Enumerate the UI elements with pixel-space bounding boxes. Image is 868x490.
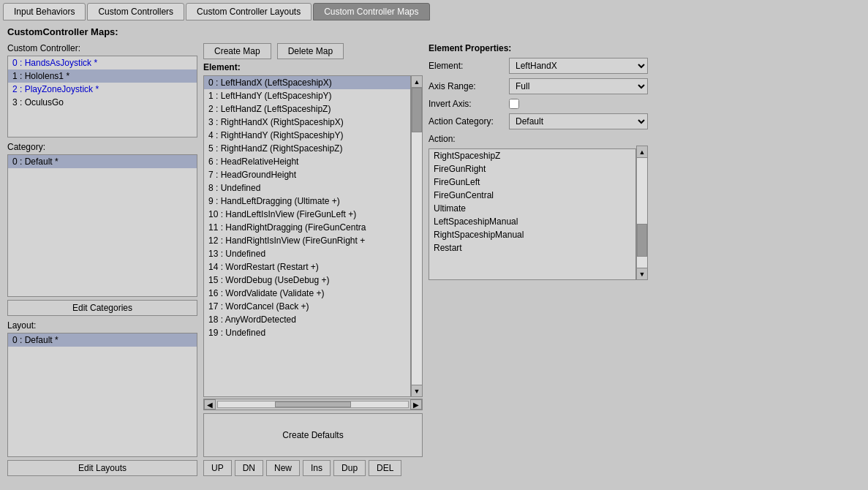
element-list-item[interactable]: 6 : HeadRelativeHeight: [204, 155, 410, 168]
hscroll-right-arrow[interactable]: ▶: [410, 399, 422, 410]
section-title: CustomController Maps:: [7, 26, 861, 37]
element-list-item[interactable]: 9 : HandLeftDragging (Ultimate +): [204, 195, 410, 208]
layout-label: Layout:: [7, 320, 197, 331]
action-item[interactable]: LeftSpaceshipManual: [429, 215, 635, 228]
hscroll-track: [217, 401, 409, 408]
layout-list-item[interactable]: 0 : Default *: [8, 333, 197, 347]
element-list-item[interactable]: 13 : Undefined: [204, 247, 410, 260]
element-list-item[interactable]: 1 : LeftHandY (LeftSpaceshipY): [204, 89, 410, 102]
hscroll-left-arrow[interactable]: ◀: [204, 399, 216, 410]
new-button[interactable]: New: [266, 460, 300, 476]
element-list-item[interactable]: 5 : RightHandZ (RightSpaceshipZ): [204, 142, 410, 155]
action-scroll-down[interactable]: ▼: [637, 268, 647, 279]
element-list-item[interactable]: 7 : HeadGroundHeight: [204, 168, 410, 181]
element-list-item[interactable]: 8 : Undefined: [204, 181, 410, 195]
action-item[interactable]: Restart: [429, 241, 635, 255]
category-label: Category:: [7, 142, 197, 152]
custom-controller-col: Custom Controller: 0 : HandsAsJoystick *…: [7, 43, 197, 476]
prop-row-invert-axis: Invert Axis:: [429, 99, 648, 109]
prop-element-select[interactable]: LeftHandX: [509, 58, 648, 74]
dup-button[interactable]: Dup: [333, 460, 366, 476]
action-list-wrapper: RightSpaceshipZ FireGunRight FireGunLeft…: [429, 146, 648, 280]
scrollbar-down-arrow[interactable]: ▼: [412, 385, 422, 396]
prop-invert-axis-checkbox[interactable]: [509, 99, 519, 109]
layout-list[interactable]: 0 : Default *: [7, 333, 197, 457]
columns-layout: Custom Controller: 0 : HandsAsJoystick *…: [7, 43, 861, 476]
prop-row-axis-range: Axis Range: Full Positive Negative: [429, 78, 648, 94]
ins-button[interactable]: Ins: [303, 460, 331, 476]
element-col: Create Map Delete Map Element: 0 : LeftH…: [203, 43, 423, 476]
prop-invert-axis-label: Invert Axis:: [429, 99, 509, 109]
action-item[interactable]: Ultimate: [429, 202, 635, 215]
prop-axis-range-label: Axis Range:: [429, 81, 509, 91]
create-map-button[interactable]: Create Map: [203, 43, 271, 59]
prop-action-category-label: Action Category:: [429, 116, 509, 127]
main-content: CustomController Maps: Custom Controller…: [0, 20, 868, 482]
element-list-item[interactable]: 16 : WordValidate (Validate +): [204, 287, 410, 300]
element-list-item[interactable]: 19 : Undefined: [204, 326, 410, 339]
action-list-scrollbar[interactable]: ▲ ▼: [636, 146, 648, 280]
list-item[interactable]: 2 : PlayZoneJoystick *: [8, 83, 197, 96]
element-label: Element:: [203, 62, 423, 72]
action-item[interactable]: RightSpaceshipManual: [429, 228, 635, 241]
element-list-item[interactable]: 17 : WordCancel (Back +): [204, 300, 410, 313]
create-defaults-button[interactable]: Create Defaults: [203, 413, 423, 457]
element-properties-col: Element Properties: Element: LeftHandX A…: [429, 43, 648, 476]
element-hscrollbar[interactable]: ◀ ▶: [203, 399, 423, 410]
list-item[interactable]: 1 : Hololens1 *: [8, 69, 197, 83]
element-list[interactable]: 0 : LeftHandX (LeftSpaceshipX) 1 : LeftH…: [203, 75, 411, 397]
action-list[interactable]: RightSpaceshipZ FireGunRight FireGunLeft…: [429, 148, 636, 280]
element-list-wrapper: 0 : LeftHandX (LeftSpaceshipX) 1 : LeftH…: [203, 75, 423, 397]
element-list-item[interactable]: 10 : HandLeftIsInView (FireGunLeft +): [204, 208, 410, 221]
element-list-item[interactable]: 12 : HandRightIsInView (FireGunRight +: [204, 234, 410, 247]
element-list-scrollbar[interactable]: ▲ ▼: [411, 75, 423, 397]
action-scroll-up[interactable]: ▲: [637, 146, 647, 158]
prop-element-label: Element:: [429, 61, 509, 71]
up-button[interactable]: UP: [203, 460, 232, 476]
scrollbar-track: [412, 88, 422, 385]
action-item[interactable]: RightSpaceshipZ: [429, 149, 635, 162]
element-list-item[interactable]: 14 : WordRestart (Restart +): [204, 260, 410, 274]
del-button[interactable]: DEL: [369, 460, 401, 476]
list-item[interactable]: 0 : HandsAsJoystick *: [8, 56, 197, 69]
edit-categories-button[interactable]: Edit Categories: [7, 300, 197, 316]
tab-custom-controller-layouts[interactable]: Custom Controller Layouts: [186, 3, 312, 20]
tab-custom-controller-maps[interactable]: Custom Controller Maps: [313, 3, 429, 20]
category-list-item[interactable]: 0 : Default *: [8, 155, 197, 168]
custom-controller-list[interactable]: 0 : HandsAsJoystick * 1 : Hololens1 * 2 …: [7, 56, 197, 137]
tab-bar: Input Behaviors Custom Controllers Custo…: [0, 0, 868, 20]
action-item[interactable]: FireGunCentral: [429, 189, 635, 202]
action-scroll-thumb: [637, 224, 647, 257]
prop-row-action-category: Action Category: Default: [429, 113, 648, 129]
element-list-item[interactable]: 18 : AnyWordDetected: [204, 313, 410, 326]
action-scroll-track: [637, 158, 647, 268]
action-item[interactable]: FireGunLeft: [429, 176, 635, 189]
scrollbar-up-arrow[interactable]: ▲: [412, 76, 422, 88]
delete-map-button[interactable]: Delete Map: [277, 43, 344, 59]
element-properties-label: Element Properties:: [429, 43, 648, 53]
edit-layouts-button[interactable]: Edit Layouts: [7, 460, 197, 476]
props-action-label: Action:: [429, 134, 648, 144]
action-item[interactable]: FireGunRight: [429, 162, 635, 176]
category-list[interactable]: 0 : Default *: [7, 154, 197, 297]
element-header: Create Map Delete Map: [203, 43, 423, 59]
custom-controller-label: Custom Controller:: [7, 43, 197, 53]
prop-row-element: Element: LeftHandX: [429, 58, 648, 74]
element-list-item[interactable]: 11 : HandRightDragging (FireGunCentra: [204, 221, 410, 234]
element-list-item[interactable]: 15 : WordDebug (UseDebug +): [204, 274, 410, 287]
prop-axis-range-select[interactable]: Full Positive Negative: [509, 78, 648, 94]
element-list-item[interactable]: 0 : LeftHandX (LeftSpaceshipX): [204, 76, 410, 89]
element-list-item[interactable]: 3 : RightHandX (RightSpaceshipX): [204, 116, 410, 129]
prop-action-category-select[interactable]: Default: [509, 113, 648, 129]
hscroll-thumb: [275, 402, 351, 407]
bottom-actions: UP DN New Ins Dup DEL: [203, 460, 423, 476]
element-list-item[interactable]: 2 : LeftHandZ (LeftSpaceshipZ): [204, 102, 410, 116]
element-list-item[interactable]: 4 : RightHandY (RightSpaceshipY): [204, 129, 410, 142]
dn-button[interactable]: DN: [235, 460, 263, 476]
tab-input-behaviors[interactable]: Input Behaviors: [3, 3, 86, 20]
list-item[interactable]: 3 : OculusGo: [8, 96, 197, 109]
scrollbar-thumb: [412, 88, 422, 132]
tab-custom-controllers[interactable]: Custom Controllers: [87, 3, 184, 20]
